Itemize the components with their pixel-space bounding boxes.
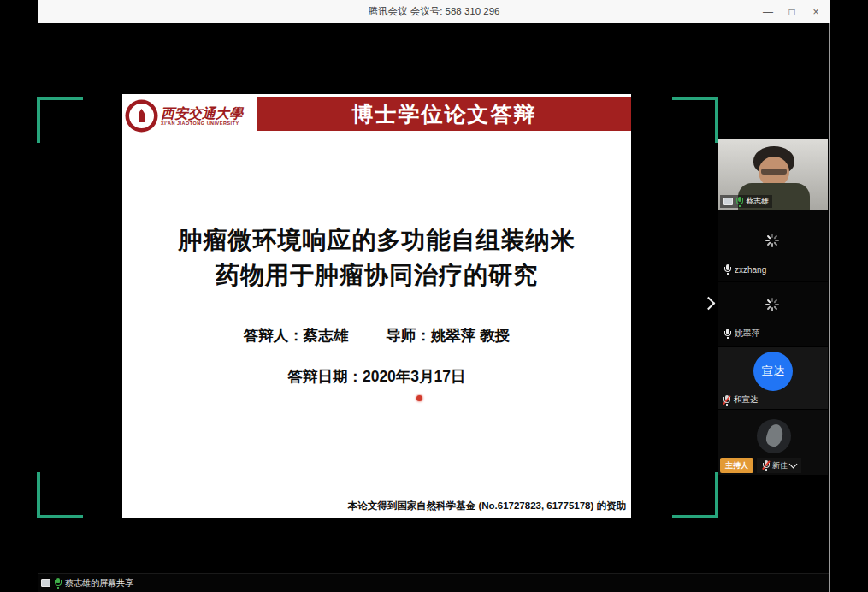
- slide-banner-text: 博士学位论文答辩: [352, 100, 537, 128]
- university-name-en: XI'AN JIAOTONG UNIVERSITY: [161, 121, 243, 126]
- slide-info-row: 答辩人：蔡志雄 导师：姚翠萍 教授: [122, 325, 631, 346]
- close-icon[interactable]: ×: [811, 6, 821, 18]
- advisor-label: 导师：姚翠萍 教授: [386, 325, 510, 346]
- window-controls: — □ ×: [763, 0, 821, 23]
- participant-name: 新佳: [772, 460, 788, 471]
- participant-label: 和宣达: [723, 394, 759, 406]
- slide-title-line2: 药物用于肿瘤协同治疗的研究: [122, 258, 631, 293]
- university-logo: 西安交通大學 XI'AN JIAOTONG UNIVERSITY: [127, 97, 257, 135]
- university-emblem-icon: [127, 101, 156, 131]
- avatar: 宣达: [753, 352, 793, 391]
- window-title: 腾讯会议 会议号: 588 310 296: [368, 5, 499, 18]
- funding-note: 本论文得到国家自然科学基金 (No.61727823, 61775178) 的资…: [348, 500, 626, 512]
- loading-spinner-icon: [771, 304, 773, 305]
- mic-muted-icon: [762, 460, 770, 471]
- host-badge: 主持人: [720, 458, 753, 473]
- participant-name: zxzhang: [735, 265, 766, 275]
- participant-label: 姚翠萍: [723, 328, 760, 340]
- participant-label: 蔡志雄: [720, 195, 772, 208]
- university-name-zh: 西安交通大學: [161, 106, 243, 121]
- screen-share-status: 蔡志雄的屏幕共享: [65, 577, 133, 589]
- participant-label: 主持人 新佳: [720, 458, 826, 473]
- mic-on-icon: [723, 329, 731, 339]
- share-corner-topleft-icon: [37, 97, 83, 143]
- laser-pointer-dot: [416, 395, 422, 401]
- avatar: [757, 419, 791, 453]
- shared-screen-right-edge: [829, 23, 830, 592]
- avatar-initials: 宣达: [762, 364, 784, 379]
- screen-share-icon: [723, 198, 733, 205]
- presentation-slide: 西安交通大學 XI'AN JIAOTONG UNIVERSITY 博士学位论文答…: [122, 94, 631, 518]
- participant-name: 姚翠萍: [735, 328, 760, 340]
- loading-spinner-icon: [771, 240, 773, 241]
- slide-title-line1: 肿瘤微环境响应的多功能自组装纳米: [122, 222, 631, 258]
- participant-label: zxzhang: [723, 264, 766, 275]
- participant-name: 和宣达: [734, 394, 759, 406]
- defense-date: 答辩日期：2020年3月17日: [122, 366, 631, 387]
- maximize-icon[interactable]: □: [787, 6, 797, 18]
- mic-muted-icon: [723, 395, 730, 406]
- status-bar: 蔡志雄的屏幕共享: [38, 573, 829, 592]
- mic-on-icon: [54, 578, 62, 589]
- chevron-down-icon[interactable]: [789, 460, 798, 469]
- mic-on-icon: [723, 264, 731, 275]
- participant-tile-caizhixiong[interactable]: 蔡志雄: [718, 139, 828, 210]
- share-corner-topright-icon: [672, 97, 718, 143]
- participant-tile-zxzhang[interactable]: zxzhang: [718, 210, 828, 281]
- slide-title: 肿瘤微环境响应的多功能自组装纳米 药物用于肿瘤协同治疗的研究: [122, 222, 631, 293]
- participant-tile-host[interactable]: 主持人 新佳: [718, 410, 828, 475]
- participant-tile-hexuanda[interactable]: 宣达 和宣达: [718, 347, 828, 409]
- presenter-label: 答辩人：蔡志雄: [244, 325, 349, 346]
- window-titlebar: 腾讯会议 会议号: 588 310 296 — □ ×: [38, 0, 830, 23]
- share-corner-bottomleft-icon: [37, 472, 83, 518]
- sidebar-collapse-chevron-icon[interactable]: [702, 297, 716, 311]
- participant-name: 蔡志雄: [746, 196, 769, 207]
- slide-banner: 博士学位论文答辩: [257, 97, 631, 131]
- screen-share-icon: [41, 579, 50, 587]
- minimize-icon[interactable]: —: [763, 6, 773, 18]
- participant-tile-yaocuiping[interactable]: 姚翠萍: [718, 282, 828, 346]
- mic-on-icon: [735, 197, 743, 207]
- share-corner-bottomright-icon: [672, 472, 718, 518]
